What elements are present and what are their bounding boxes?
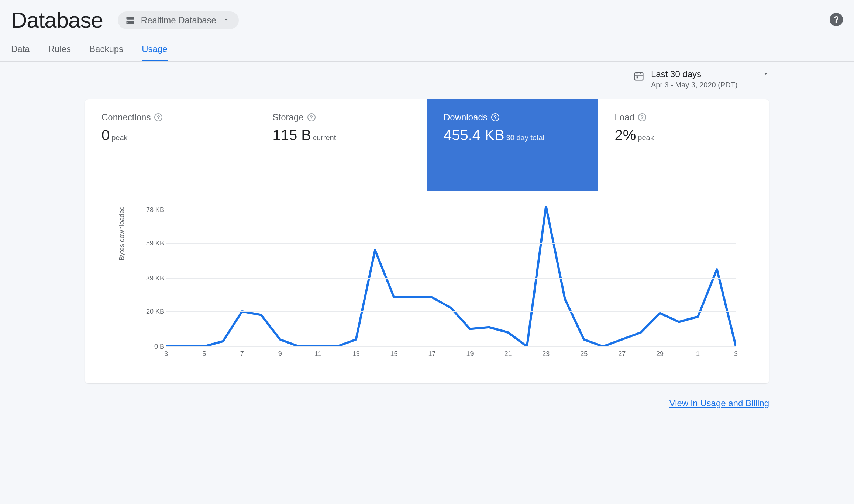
calendar-icon [633,70,644,83]
y-tick-label: 0 B [138,343,164,351]
gridline [166,311,736,312]
x-tick-label: 9 [278,350,282,358]
x-tick-label: 3 [164,350,168,358]
metric-title: Storage [273,112,304,122]
metric-storage[interactable]: Storage?115 Bcurrent [256,99,427,191]
y-tick-label: 39 KB [138,274,164,282]
x-tick-label: 5 [202,350,206,358]
metric-connections[interactable]: Connections?0peak [85,99,256,191]
tab-rules[interactable]: Rules [48,44,71,61]
gridline [166,278,736,279]
y-tick-label: 78 KB [138,206,164,214]
x-tick-label: 27 [618,350,626,358]
metric-value: 455.4 KB [444,127,505,143]
footer-row: View in Usage and Billing [0,394,854,423]
metric-title: Connections [101,112,151,122]
date-range-row: Last 30 days Apr 3 - May 3, 2020 (PDT) [0,62,854,96]
page-title: Database [11,7,103,33]
database-icon [125,15,135,25]
gridline [166,210,736,210]
metric-suffix: peak [111,134,127,142]
database-selector-label: Realtime Database [141,15,216,25]
metric-title: Load [615,112,634,122]
x-tick-label: 29 [656,350,664,358]
x-tick-label: 25 [580,350,588,358]
x-tick-label: 17 [428,350,436,358]
chevron-down-icon [223,16,230,24]
metric-load[interactable]: Load?2%peak [598,99,769,191]
metric-title: Downloads [444,112,488,122]
tabs: DataRulesBackupsUsage [0,37,854,62]
y-tick-label: 59 KB [138,239,164,247]
x-tick-label: 23 [542,350,550,358]
chart-area: Bytes downloaded 35791113151719212325272… [85,191,769,383]
x-tick-label: 3 [734,350,738,358]
metric-value: 0 [101,127,110,143]
date-range-selector[interactable]: Last 30 days Apr 3 - May 3, 2020 (PDT) [651,69,769,92]
usage-billing-link[interactable]: View in Usage and Billing [669,398,769,408]
info-icon[interactable]: ? [307,113,316,121]
metric-value: 115 B [273,127,311,143]
help-icon: ? [834,14,839,25]
metric-downloads[interactable]: Downloads?455.4 KB30 day total [427,99,598,191]
svg-rect-6 [637,76,638,78]
help-button[interactable]: ? [830,13,843,26]
x-axis-ticks: 35791113151719212325272913 [166,346,736,361]
y-tick-label: 20 KB [138,308,164,315]
metric-value: 2% [615,127,636,143]
database-selector[interactable]: Realtime Database [118,11,239,29]
info-icon[interactable]: ? [154,113,162,121]
gridline [166,243,736,244]
x-tick-label: 19 [466,350,474,358]
date-range-label: Last 30 days [651,69,701,79]
x-tick-label: 15 [390,350,398,358]
y-axis-label: Bytes downloaded [118,206,126,260]
usage-card: Connections?0peakStorage?115 BcurrentDow… [85,99,769,383]
x-tick-label: 11 [314,350,322,358]
svg-rect-4 [635,73,643,80]
x-tick-label: 21 [504,350,512,358]
x-tick-label: 7 [240,350,244,358]
date-range-sub: Apr 3 - May 3, 2020 (PDT) [651,81,769,89]
page-header: Database Realtime Database ? [0,0,854,37]
tab-usage[interactable]: Usage [142,44,167,61]
svg-point-3 [127,22,128,23]
info-icon[interactable]: ? [491,113,499,121]
chevron-down-icon [762,69,769,79]
x-tick-label: 13 [352,350,360,358]
tab-data[interactable]: Data [11,44,30,61]
info-icon[interactable]: ? [638,113,646,121]
tab-backups[interactable]: Backups [89,44,123,61]
x-tick-label: 1 [696,350,700,358]
svg-point-2 [127,18,128,18]
metric-suffix: peak [638,134,654,142]
metric-suffix: current [313,134,336,142]
metrics-row: Connections?0peakStorage?115 BcurrentDow… [85,99,769,191]
chart-plot [166,206,736,346]
chart-line [166,206,736,346]
gridline [166,346,736,347]
metric-suffix: 30 day total [506,134,544,142]
